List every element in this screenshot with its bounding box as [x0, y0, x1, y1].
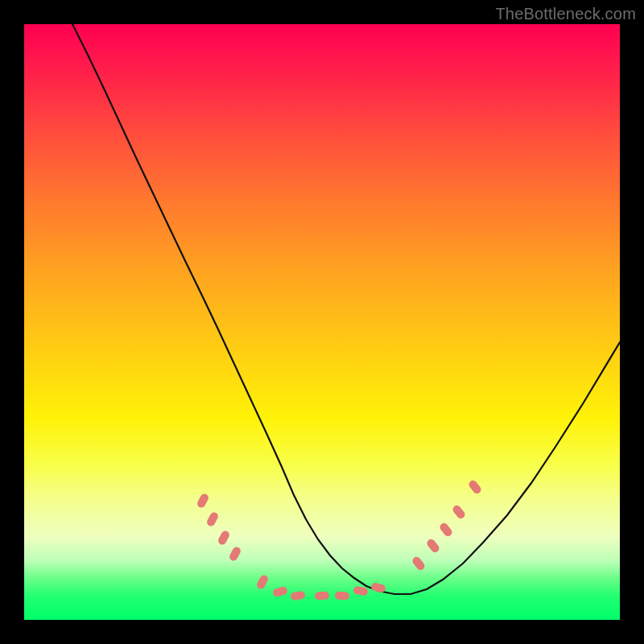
highlight-dot [196, 493, 209, 510]
bottleneck-curve-path [72, 24, 620, 594]
chart-stage: TheBottleneck.com [0, 0, 644, 644]
highlight-dot [426, 538, 441, 554]
highlight-dot [411, 555, 427, 572]
highlight-dot [255, 574, 269, 591]
highlight-markers-group [196, 479, 482, 601]
plot-area [24, 24, 620, 620]
highlight-dot [217, 530, 230, 547]
highlight-dot [272, 586, 288, 597]
highlight-dot [452, 504, 467, 520]
highlight-dot [205, 511, 219, 528]
highlight-dot [315, 592, 329, 601]
highlight-dot [353, 586, 368, 597]
highlight-dot [228, 546, 242, 563]
curve-svg [24, 24, 620, 620]
highlight-dot [468, 479, 483, 495]
highlight-dot [290, 591, 305, 601]
highlight-dot [439, 522, 454, 538]
watermark-text: TheBottleneck.com [495, 5, 636, 23]
highlight-dot [335, 591, 350, 600]
